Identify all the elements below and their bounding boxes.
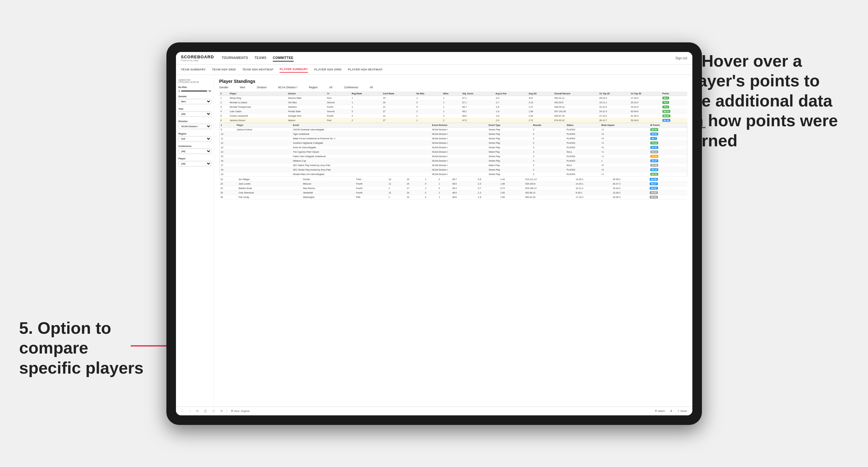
division-label: Division — [179, 120, 211, 123]
event-row[interactable]: 13 Amer An Intercollegiate NCAA Division… — [219, 145, 687, 150]
filter-row: Gender: Men Division: NCAA Division I Re… — [219, 86, 687, 89]
event-popup-container: # Player Event Event Division Event Type… — [219, 123, 687, 177]
conference-filter-value: All — [370, 86, 373, 89]
col-vs50: Vs Top 50 — [629, 92, 661, 96]
bottom-toolbar: ← → ↻ 📋 📄 ⏱ 👁 View: Original 👁 Watch ⬇ ⇧… — [176, 406, 692, 415]
gender-filter-label: Gender: — [219, 86, 229, 89]
toolbar-back[interactable]: ← — [180, 409, 185, 413]
player-label: Player — [179, 157, 211, 160]
tablet-screen: SCOREBOARD Powered by clippi TOURNAMENTS… — [176, 52, 692, 415]
sub-nav-team-summary[interactable]: TEAM SUMMARY — [181, 67, 206, 72]
event-col-num: # — [219, 123, 235, 127]
gender-section: Gender Men — [179, 95, 211, 104]
division-select[interactable]: NCAA Division I — [179, 124, 211, 129]
event-row[interactable]: 12 Southern Highlands Collegiate NCAA Di… — [219, 141, 687, 145]
slider-fill — [181, 91, 207, 92]
gender-filter-value: Men — [240, 86, 245, 89]
year-section: Year (All) — [179, 107, 211, 117]
toolbar-paste[interactable]: 📄 — [211, 409, 216, 413]
app-title: SCOREBOARD — [181, 55, 214, 59]
table-row[interactable]: 25 Cole Sherwood Vanderbilt Fourth 12 24… — [219, 190, 687, 195]
gender-select[interactable]: Men — [179, 99, 211, 104]
table-row[interactable]: 26 Petr Hruby Washington Fifth 1 23 0 1 … — [219, 195, 687, 199]
col-school: School — [287, 92, 326, 96]
main-nav: TOURNAMENTS TEAMS COMMITTEE — [221, 55, 675, 62]
col-reg-rank: Reg Rank — [350, 92, 381, 96]
nav-tournaments[interactable]: TOURNAMENTS — [221, 55, 248, 62]
table-row[interactable]: 23 Jack Lundin Missouri Fourth 11 24 0 1… — [219, 181, 687, 186]
toolbar-clock[interactable]: ⏱ — [219, 409, 224, 413]
nav-committee[interactable]: COMMITTEE — [273, 55, 293, 62]
player-select[interactable]: (All) — [179, 161, 211, 166]
player-section: Player (All) — [179, 157, 211, 166]
region-section: Region N/A — [179, 132, 211, 142]
division-filter-value: NCAA Division I — [278, 86, 297, 89]
toolbar-sep1 — [227, 409, 227, 413]
event-row[interactable]: 17 SEC Match Play hosted by Jerry Pate N… — [219, 163, 687, 167]
sub-nav-player-h2h-grid[interactable]: PLAYER H2H GRID — [314, 67, 342, 72]
sign-out-button[interactable]: Sign out — [676, 56, 687, 60]
app-subtitle: Powered by clippi — [181, 59, 214, 62]
table-row[interactable]: 22 Ian Gilligan Florida Third 10 24 1 0 … — [219, 177, 687, 182]
update-time-label: Update time: — [179, 79, 191, 81]
sub-nav-player-summary[interactable]: PLAYER SUMMARY — [280, 66, 308, 73]
event-col-division: Event Division — [431, 123, 487, 127]
table-header-row: # Player School Yr Reg Rank Conf Rank No… — [219, 92, 687, 96]
player-area: Player Standings Gender: Men Division: N… — [214, 75, 692, 406]
table-row[interactable]: 3 Michael Thorbjornsen Stanford Fourth 1… — [219, 104, 687, 109]
conference-label: Conference — [179, 145, 211, 148]
share-button[interactable]: ⇧ Share — [676, 409, 688, 413]
year-select[interactable]: (All) — [179, 111, 211, 117]
event-row[interactable]: 16 Williams Cup NCAA Division I Stroke P… — [219, 158, 687, 163]
sub-nav-team-h2h-heatmap[interactable]: TEAM H2H HEATMAP — [242, 67, 273, 72]
event-col-status: Status — [565, 123, 600, 127]
event-row[interactable]: 18 SEC Stroke Play hosted by Jerry Pate … — [219, 167, 687, 172]
view-original-button[interactable]: 👁 View: Original — [229, 409, 251, 413]
col-to-par: Avg to Par — [494, 92, 527, 96]
toolbar-forward[interactable]: → — [187, 409, 192, 413]
event-header-row: # Player Event Event Division Event Type… — [219, 123, 687, 127]
toolbar-refresh[interactable]: ↻ — [195, 409, 200, 413]
table-row[interactable]: 6 Jackson Koivun Auburn First 2 27 1 2 6… — [219, 118, 687, 122]
event-table: # Player Event Event Division Event Type… — [219, 123, 687, 177]
table-row[interactable]: 5 Christo Lamprecht Georgia Tech Fourth … — [219, 114, 687, 118]
event-col-event: Event — [292, 123, 431, 127]
region-select[interactable]: N/A — [179, 136, 211, 142]
sub-nav-player-h2h-heatmap[interactable]: PLAYER H2H HEATMAP — [348, 67, 382, 72]
sub-nav-team-h2h-grid[interactable]: TEAM H2H GRID — [212, 67, 236, 72]
no-rds-min: 4 — [179, 90, 180, 92]
table-row[interactable]: 1 Wenyi Ding Arizona State First 1 15 1 … — [219, 96, 687, 100]
table-row[interactable]: 2 Michael La Sasso Ole Miss Second 1 18 … — [219, 100, 687, 104]
no-rds-slider[interactable] — [181, 91, 207, 92]
region-filter-label: Region: — [309, 86, 318, 89]
tablet-frame: SCOREBOARD Powered by clippi TOURNAMENTS… — [166, 42, 702, 425]
region-filter-value: All — [329, 86, 332, 89]
conference-section: Conference (All) — [179, 145, 211, 154]
toolbar-copy[interactable]: 📋 — [203, 409, 208, 413]
event-col-type: Event Type — [487, 123, 532, 127]
event-row[interactable]: 19 Mirabel Maui Jim Intercollegiate NCAA… — [219, 172, 687, 176]
event-row[interactable]: 10 Tiger Invitational NCAA Division I St… — [219, 132, 687, 136]
event-row[interactable]: 11 Wake Forest Invitational at Pinehurst… — [219, 136, 687, 141]
col-conf-rank: Conf Rank — [381, 92, 415, 96]
col-wins: Wins — [442, 92, 461, 96]
col-player: Player — [228, 92, 287, 96]
nav-teams[interactable]: TEAMS — [255, 55, 267, 62]
event-row[interactable]: 15 Fallen Oak Collegiate Invitational NC… — [219, 154, 687, 158]
conference-select[interactable]: (All) — [179, 149, 211, 154]
download-button[interactable]: ⬇ — [669, 409, 674, 413]
top-nav: SCOREBOARD Powered by clippi TOURNAMENTS… — [176, 52, 692, 65]
no-rds-max: 52 — [209, 90, 211, 92]
watch-button[interactable]: 👁 Watch — [653, 409, 666, 413]
event-row[interactable]: 9 Jackson Koivun UNCW Seahawk Intercolle… — [219, 127, 687, 132]
table-row[interactable]: 4 Luke Claton Florida State Second 5 27 … — [219, 109, 687, 114]
table-row[interactable]: 24 Bastien Amat New Mexico Fourth 1 27 2… — [219, 186, 687, 190]
event-row[interactable]: 14 The Cypress Point Classic NCAA Divisi… — [219, 150, 687, 154]
extra-rows-table: 22 Ian Gilligan Florida Third 10 24 1 0 … — [219, 177, 687, 199]
event-col-player: Player — [235, 123, 292, 127]
event-col-rank-impact: Rank Impact — [600, 123, 649, 127]
left-sidebar: Update time: 27/01/2024 16:56:26 No Rds.… — [176, 75, 214, 406]
update-time: Update time: 27/01/2024 16:56:26 — [179, 79, 211, 83]
col-yr: Yr — [326, 92, 350, 96]
col-points: Points — [661, 92, 687, 96]
